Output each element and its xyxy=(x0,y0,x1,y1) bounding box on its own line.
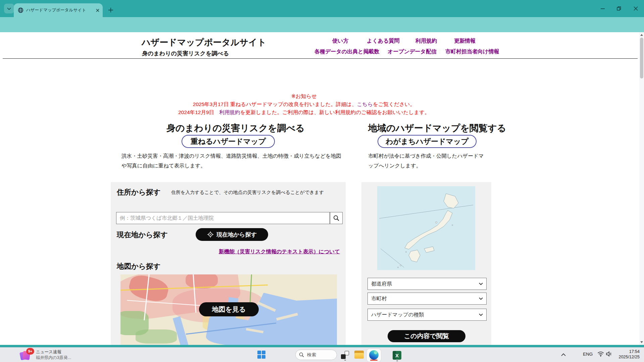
chevron-down-icon xyxy=(479,282,483,285)
view-with-selection-label: この内容で閲覧 xyxy=(404,332,449,341)
taskbar-search-placeholder: 検索 xyxy=(307,352,316,358)
address-search-hint: 住所を入力することで、その地点の災害リスクを調べることができます xyxy=(171,190,324,196)
view-map-button[interactable]: 地図を見る xyxy=(199,302,259,316)
address-search-title: 住所から探す xyxy=(117,187,161,197)
nav-data-sources[interactable]: 各種データの出典と掲載数 xyxy=(314,48,380,55)
window-restore-button[interactable] xyxy=(611,0,627,17)
chevron-down-icon xyxy=(7,7,11,10)
windows-logo-icon xyxy=(257,351,265,359)
intro-right-description: 市町村が法令に基づき作成・公開したハザードマップへリンクします。 xyxy=(368,151,486,170)
excel-icon: X xyxy=(395,353,399,358)
edge-active-indicator xyxy=(370,360,378,361)
notice-link-terms[interactable]: 利用規約 xyxy=(219,109,240,115)
scroll-up-icon[interactable] xyxy=(639,33,644,37)
page-content: ハザードマップポータルサイト 身のまわりの災害リスクを調べる 使い方 よくある質… xyxy=(0,32,644,345)
current-location-button[interactable]: 現在地から探す xyxy=(196,228,268,241)
widget-subline: 福井県内の3原発... xyxy=(36,355,71,361)
wifi-icon[interactable] xyxy=(597,351,604,358)
page-scrollbar[interactable] xyxy=(639,32,644,345)
scrollbar-thumb[interactable] xyxy=(640,38,643,79)
browser-tab[interactable]: ハザードマップポータルサイト xyxy=(14,3,103,17)
edge-browser-button[interactable] xyxy=(367,349,381,362)
site-title: ハザードマップポータルサイト xyxy=(142,37,266,48)
running-indicator-dot xyxy=(396,360,398,361)
current-location-button-label: 現在地から探す xyxy=(216,231,257,239)
task-view-button[interactable] xyxy=(341,351,349,359)
restore-icon xyxy=(617,6,621,11)
prefecture-select-label: 都道府県 xyxy=(371,280,392,288)
widgets-badge: 9+ xyxy=(26,348,34,355)
volume-icon[interactable] xyxy=(606,351,613,358)
nav-updates[interactable]: 更新情報 xyxy=(454,38,476,45)
close-icon xyxy=(634,6,638,11)
notice-line-1: 2025年3月17日 重ねるハザードマップの改良を行いました。詳細は、こちらをご… xyxy=(111,100,497,108)
intro-left-heading: 身のまわりの災害リスクを調べる xyxy=(166,122,305,134)
nav-municipal-staff[interactable]: 市町村担当者向け情報 xyxy=(445,48,499,55)
browser-titlebar: ハザードマップポータルサイト xyxy=(0,0,644,17)
search-icon xyxy=(333,215,339,221)
wagamachi-hazardmap-button[interactable]: わがまちハザードマップ xyxy=(378,135,477,148)
view-with-selection-button[interactable]: この内容で閲覧 xyxy=(388,330,465,342)
address-search-button[interactable] xyxy=(330,212,343,224)
window-minimize-button[interactable] xyxy=(595,0,610,17)
site-subtitle: 身のまわりの災害リスクを調べる xyxy=(142,50,229,57)
widgets-icon: 9+ xyxy=(19,349,33,361)
notice-link-kochira[interactable]: こちら xyxy=(357,101,373,107)
taskbar-clock[interactable]: 17:54 2025/12/25 xyxy=(618,349,640,360)
excel-button[interactable]: X xyxy=(393,351,401,360)
region-panel: 都道府県 市町村 ハザードマップの種類 この内容で閲覧 xyxy=(361,182,491,345)
edge-icon xyxy=(369,350,379,360)
hazard-type-select[interactable]: ハザードマップの種類 xyxy=(367,309,487,321)
locate-crosshair-icon xyxy=(207,231,214,238)
notice-block: ※お知らせ 2025年3月17日 重ねるハザードマップの改良を行いました。詳細は… xyxy=(111,92,497,116)
intro-right-heading: 地域のハザードマップを閲覧する xyxy=(368,122,506,134)
clock-date: 2025/12/25 xyxy=(618,354,640,360)
chevron-down-icon xyxy=(479,313,483,316)
new-tab-button[interactable] xyxy=(106,5,115,15)
nav-how-to-use[interactable]: 使い方 xyxy=(332,38,348,45)
hazard-type-select-label: ハザードマップの種類 xyxy=(371,311,424,318)
clock-time: 17:54 xyxy=(618,349,640,354)
tab-search-button[interactable] xyxy=(4,4,14,13)
notice-heading: ※お知らせ xyxy=(111,92,497,100)
scroll-down-icon[interactable] xyxy=(639,341,644,344)
kasaneru-hazardmap-button[interactable]: 重ねるハザードマップ xyxy=(182,135,275,148)
search-panel: 住所から探す 住所を入力することで、その地点の災害リスクを調べることができます … xyxy=(111,182,346,345)
japan-map xyxy=(377,186,475,270)
municipality-select-label: 市町村 xyxy=(371,295,387,302)
running-indicator-dot xyxy=(344,360,346,361)
current-location-title: 現在地から探す xyxy=(117,230,168,240)
nav-faq[interactable]: よくある質問 xyxy=(367,38,400,45)
widgets-button[interactable]: 9+ ニュース速報 福井県内の3原発... xyxy=(19,349,102,361)
chevron-up-icon xyxy=(561,353,566,356)
nav-terms[interactable]: 利用規約 xyxy=(415,38,437,45)
notice-line-2: 2024年12月9日 利用規約を更新しました。ご利用の際は、新しい利用規約のご確… xyxy=(111,108,497,116)
globe-icon xyxy=(18,7,23,13)
intro-left-description: 洪水・土砂災害・高潮・津波のリスク情報、道路防災情報、土地の特徴・成り立ちなどを… xyxy=(121,151,341,170)
file-explorer-button[interactable] xyxy=(354,351,364,359)
tab-title: ハザードマップポータルサイト xyxy=(26,7,93,13)
tab-close-icon[interactable] xyxy=(96,9,99,12)
nav-open-data[interactable]: オープンデータ配信 xyxy=(388,48,437,55)
map-layer xyxy=(136,329,177,344)
plus-icon xyxy=(108,8,113,12)
new-feature-link[interactable]: 新機能（災害リスク情報のテキスト表示）について xyxy=(219,248,340,255)
chevron-down-icon xyxy=(479,297,483,300)
view-map-button-label: 地図を見る xyxy=(212,305,246,314)
minimize-icon xyxy=(601,7,605,11)
window-close-button[interactable] xyxy=(627,0,644,17)
map-thumbnail[interactable]: 地図を見る xyxy=(120,274,337,345)
municipality-select[interactable]: 市町村 xyxy=(367,293,487,305)
address-search-input[interactable] xyxy=(116,212,330,224)
search-icon xyxy=(299,352,304,357)
browser-window-bottom-edge xyxy=(0,345,644,347)
header-divider xyxy=(3,58,638,59)
start-button[interactable] xyxy=(257,350,266,359)
browser-toolbar: セキュリティ保護なし toyodata-disaportal.s3-websit… xyxy=(0,17,644,32)
prefecture-select[interactable]: 都道府県 xyxy=(367,278,487,290)
widget-headline: ニュース速報 xyxy=(36,349,71,355)
tray-expand-button[interactable] xyxy=(561,352,568,358)
screen: ハザードマップポータルサイト セキュリティ保護な xyxy=(0,0,644,362)
taskbar-search[interactable]: 検索 xyxy=(295,350,337,360)
input-language-button[interactable]: ENG xyxy=(583,352,593,357)
